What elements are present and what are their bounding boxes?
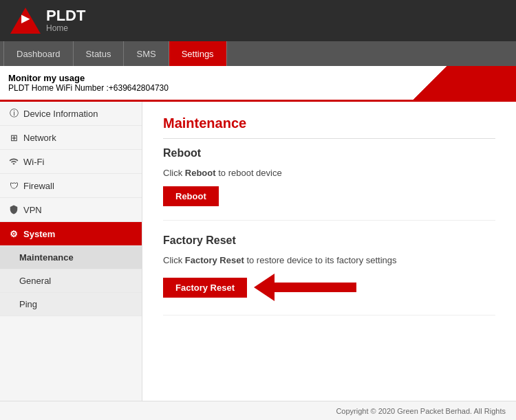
sidebar-item-ping[interactable]: Ping [0,293,142,316]
info-subtitle: PLDT Home WiFi Number :+639642804730 [8,83,508,93]
footer: Copyright © 2020 Green Packet Berhad. Al… [0,401,516,420]
logo-area: ▶ PLDT Home [10,5,85,36]
vpn-icon [8,204,19,215]
reboot-button[interactable]: Reboot [163,186,219,206]
sidebar-item-wifi[interactable]: Wi-Fi [0,150,142,174]
reboot-section: Reboot Click Reboot to reboot device Reb… [163,147,495,221]
factory-reset-section: Factory Reset Click Factory Reset to res… [163,234,495,316]
network-icon: ⊞ [8,132,19,143]
header: ▶ PLDT Home [0,0,516,41]
main-layout: ⓘ Device Information ⊞ Network Wi-Fi 🛡 F… [0,102,516,401]
nav-status[interactable]: Status [74,41,125,66]
nav-settings[interactable]: Settings [169,41,227,66]
arrow-graphic [254,274,356,301]
wifi-icon [8,156,19,167]
info-title: Monitor my usage [8,73,508,83]
sidebar-item-general[interactable]: General [0,269,142,293]
logo-subtext: Home [46,23,85,33]
nav-dashboard[interactable]: Dashboard [3,41,74,66]
factory-reset-button[interactable]: Factory Reset [163,278,247,298]
info-bar: Monitor my usage PLDT Home WiFi Number :… [0,66,516,102]
system-icon: ⚙ [8,228,19,239]
nav-sms[interactable]: SMS [124,41,169,66]
page-title: Maintenance [163,115,495,139]
factory-reset-description: Click Factory Reset to restore device to… [163,255,495,265]
firewall-icon: 🛡 [8,180,19,191]
reboot-title: Reboot [163,147,495,159]
info-icon: ⓘ [8,108,19,119]
navbar: Dashboard Status SMS Settings [0,41,516,66]
sidebar-item-vpn[interactable]: VPN [0,198,142,222]
sidebar-item-device-information[interactable]: ⓘ Device Information [0,102,142,126]
sidebar: ⓘ Device Information ⊞ Network Wi-Fi 🛡 F… [0,102,142,401]
logo-brand: PLDT [46,7,85,24]
content-area: Maintenance Reboot Click Reboot to reboo… [142,102,516,401]
sidebar-item-network[interactable]: ⊞ Network [0,126,142,150]
sidebar-item-firewall[interactable]: 🛡 Firewall [0,174,142,198]
sidebar-item-system[interactable]: ⚙ System [0,222,142,246]
reboot-description: Click Reboot to reboot device [163,168,495,178]
factory-reset-title: Factory Reset [163,234,495,247]
factory-reset-arrow-area: Factory Reset [163,274,495,301]
sidebar-item-maintenance[interactable]: Maintenance [0,246,142,269]
arrow-line [274,283,356,292]
arrow-head [254,274,275,301]
footer-text: Copyright © 2020 Green Packet Berhad. Al… [336,407,506,415]
